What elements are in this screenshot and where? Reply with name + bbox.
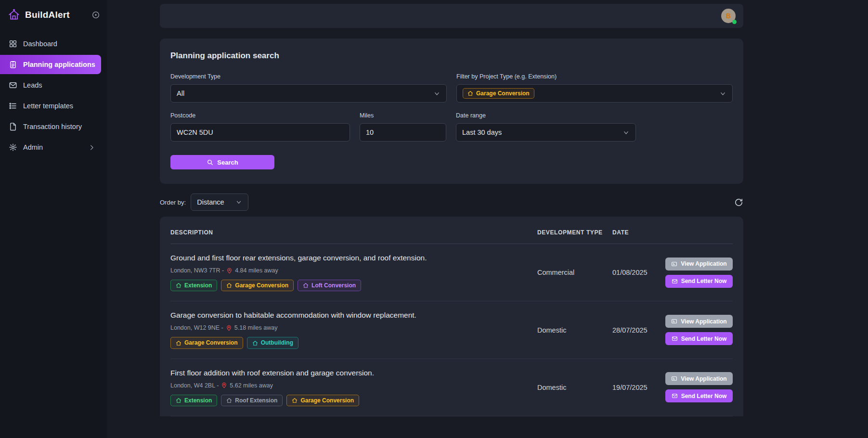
chevron-down-icon [235,199,242,206]
send-letter-button[interactable]: Send Letter Now [665,275,733,288]
sidebar-item-leads[interactable]: Leads [0,76,101,95]
selected-project-type-tag: Garage Conversion [463,88,534,99]
house-icon [176,340,181,346]
tag-extension: Extension [170,280,217,291]
send-letter-button[interactable]: Send Letter Now [665,332,733,345]
sidebar-collapse-icon[interactable] [91,11,100,19]
sidebar-item-label: Transaction history [23,123,82,130]
chevron-down-icon [433,90,440,97]
application-location: London, NW3 7TR -4.84 miles away [170,267,537,274]
miles-input[interactable] [360,123,446,142]
miles-field: Miles [360,112,446,142]
planning-search-card: Planning application search Development … [160,39,743,184]
online-status-dot [732,20,737,24]
selected-project-type-label: Garage Conversion [476,90,530,97]
sidebar-item-label: Leads [23,81,42,89]
view-application-button[interactable]: View Application [665,315,733,328]
view-application-label: View Application [681,375,726,382]
application-title: Garage conversion to habitable accommoda… [170,311,537,320]
applications-table-body: Ground and first floor rear extensions, … [170,244,733,416]
refresh-icon[interactable] [734,198,743,207]
chevron-down-icon [719,90,726,97]
search-button[interactable]: Search [170,155,274,169]
send-letter-label: Send Letter Now [681,278,727,284]
application-location: London, W12 9NE -5.18 miles away [170,324,537,331]
applications-table: DESCRIPTION DEVELOPMENT TYPE DATE Ground… [160,217,743,416]
tag-garage-conversion: Garage Conversion [170,337,243,348]
house-icon [303,283,309,288]
development-type-cell: Commercial [537,269,612,276]
order-row: Order by: Distance [160,193,743,211]
sidebar-item-letter-templates[interactable]: Letter templates [0,96,101,116]
actions-cell: View ApplicationSend Letter Now [665,372,733,402]
user-avatar[interactable]: B [721,9,736,23]
application-title: Ground and first floor rear extensions, … [170,254,537,262]
header-date: DATE [612,229,665,236]
table-row: First floor addition with roof extension… [170,359,733,416]
tag-label: Garage Conversion [235,282,288,289]
send-letter-label: Send Letter Now [681,335,727,342]
actions-cell: View ApplicationSend Letter Now [665,315,733,345]
tag-loft-conversion: Loft Conversion [298,280,361,291]
topbar: B [160,4,743,28]
view-application-button[interactable]: View Application [665,258,733,271]
postcode-field: Postcode [170,112,350,142]
house-icon [226,283,232,288]
date-range-label: Date range [456,112,636,119]
tag-roof-extension: Roof Extension [221,395,283,406]
order-by-value: Distance [197,198,224,206]
logo-row: BuildAlert [0,0,107,33]
sidebar-item-planning-applications[interactable]: Planning applications [0,55,101,74]
card-title: Planning application search [170,51,733,61]
order-by-select[interactable]: Distance [191,193,248,211]
sidebar-item-label: Planning applications [23,61,95,68]
date-range-value: Last 30 days [462,129,502,136]
house-icon [252,340,258,346]
sidebar-item-dashboard[interactable]: Dashboard [0,34,101,53]
application-description-cell: Garage conversion to habitable accommoda… [170,311,537,348]
card-icon [671,261,677,267]
tag-label: Outbuilding [261,339,293,346]
development-type-select[interactable]: All [170,84,447,103]
application-description-cell: First floor addition with roof extension… [170,369,537,406]
tag-label: Garage Conversion [184,339,238,346]
house-icon [176,398,181,403]
house-icon [292,398,298,403]
chevron-down-icon [622,129,630,136]
send-letter-button[interactable]: Send Letter Now [665,389,733,402]
tag-extension: Extension [170,395,217,406]
house-icon [226,398,232,403]
application-tags: Garage ConversionOutbuilding [170,337,537,348]
sidebar-item-admin[interactable]: Admin [0,138,101,157]
date-range-field: Date range Last 30 days [456,112,636,142]
card-icon [671,318,677,324]
header-development-type: DEVELOPMENT TYPE [537,229,612,236]
date-cell: 01/08/2025 [612,269,665,276]
tag-garage-conversion: Garage Conversion [221,280,294,291]
chevron-right-icon [88,144,95,151]
view-application-button[interactable]: View Application [665,372,733,385]
sidebar-item-transaction-history[interactable]: Transaction history [0,117,101,136]
sidebar-item-label: Dashboard [23,40,57,48]
date-range-select[interactable]: Last 30 days [456,123,636,142]
distance-text: 5.62 miles away [230,382,273,389]
dashboard-grid-icon [9,39,17,48]
template-list-icon [9,102,17,110]
location-pin-icon [226,325,232,331]
project-type-label: Filter by Project Type (e.g. Extension) [456,73,733,80]
gear-icon [9,143,17,152]
table-row: Ground and first floor rear extensions, … [170,244,733,301]
document-icon [9,122,17,131]
envelope-icon [672,335,678,342]
application-tags: ExtensionGarage ConversionLoft Conversio… [170,280,537,291]
distance-text: 4.84 miles away [235,267,278,274]
header-actions [665,229,733,236]
view-application-label: View Application [681,318,726,325]
location-text: London, NW3 7TR - [170,267,224,274]
project-type-select[interactable]: Garage Conversion [456,84,733,103]
development-type-value: All [177,90,184,97]
tag-garage-conversion: Garage Conversion [286,395,359,406]
postcode-input[interactable] [170,123,350,142]
table-header-row: DESCRIPTION DEVELOPMENT TYPE DATE [170,217,733,244]
clipboard-icon [9,60,17,69]
